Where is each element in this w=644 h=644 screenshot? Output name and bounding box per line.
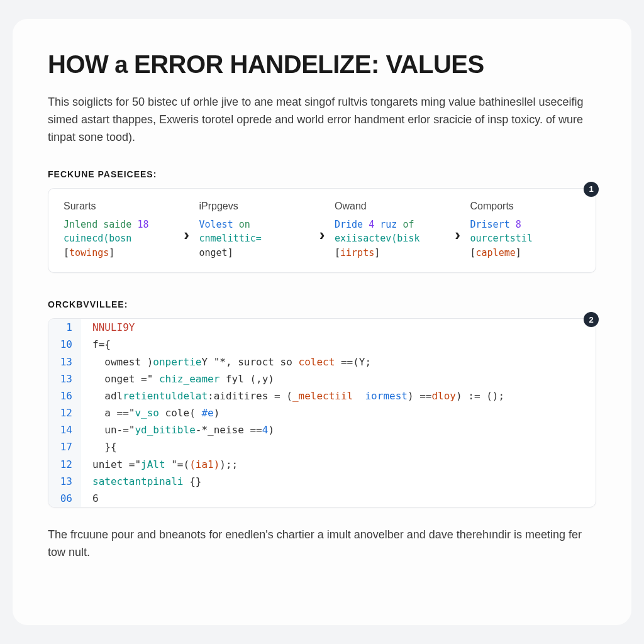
footer-paragraph: The frcuune pour and bneanots for enedle…: [48, 526, 596, 562]
code-content: uniet ="jAlt "=((ia1));;: [81, 456, 596, 473]
flow-step-3: Owand Dride 4 ruz of exiisactev(bisk [ii…: [335, 199, 445, 260]
code-content: satectantpinali {}: [81, 473, 596, 490]
code-line: 12 a =="v_so cole( #e): [48, 404, 596, 421]
line-number: 16: [48, 387, 81, 404]
code-line: 1NNULI9Y: [48, 319, 596, 336]
flow-step-head: iPrpgevs: [199, 199, 310, 214]
line-number: 13: [48, 370, 81, 387]
code-line: 10f={: [48, 336, 596, 353]
step-badge-2: 2: [584, 312, 599, 327]
line-number: 1: [48, 319, 81, 336]
code-line: 13satectantpinali {}: [48, 473, 596, 490]
flow-step-head: Comports: [470, 199, 581, 214]
code-block: 2 1NNULI9Y10f={13 owmest )onpertieY "*, …: [48, 318, 596, 508]
flow-step-2: iPrpgevs Volest on cnmelittic= onget]: [199, 199, 310, 260]
line-number: 17: [48, 438, 81, 455]
code-line: 14 un-="yd_bitible-*_neise ==4): [48, 421, 596, 438]
section-label-1: FECKUNE PASEICEES:: [48, 169, 596, 179]
intro-paragraph: This soiglicts for 50 bistec uf orhle ji…: [48, 94, 596, 147]
line-number: 12: [48, 404, 81, 421]
code-content: }{: [81, 438, 596, 455]
code-line: 13 owmest )onpertieY "*, suroct so colec…: [48, 353, 596, 370]
flow-step-1: Surarts Jnlend saide 18 cuinecd(bosn [to…: [64, 199, 174, 260]
code-content: onget =" chiz_eamer fyl (,y): [81, 370, 596, 387]
flow-step-head: Owand: [335, 199, 445, 214]
code-card: 1NNULI9Y10f={13 owmest )onpertieY "*, su…: [48, 318, 596, 508]
code-line: 17 }{: [48, 438, 596, 455]
code-content: a =="v_so cole( #e): [81, 404, 596, 421]
title-part-1: HOW: [48, 50, 108, 78]
chevron-right-icon: ›: [174, 225, 199, 245]
code-content: 6: [81, 490, 596, 507]
page-title: HOW a ERROR HANDELIZE: VALUES: [48, 50, 596, 79]
line-number: 13: [48, 473, 81, 490]
code-content: owmest )onpertieY "*, suroct so colect =…: [81, 353, 596, 370]
chevron-right-icon: ›: [309, 225, 335, 245]
code-line: 16 adlretientuldelat:aiditires = (_melec…: [48, 387, 596, 404]
title-part-2: a: [108, 52, 134, 78]
line-number: 14: [48, 421, 81, 438]
code-content: f={: [81, 336, 596, 353]
step-badge-1: 1: [584, 182, 599, 197]
flow-card: Surarts Jnlend saide 18 cuinecd(bosn [to…: [48, 188, 596, 274]
chevron-right-icon: ›: [445, 225, 470, 245]
flow-diagram: 1 Surarts Jnlend saide 18 cuinecd(bosn […: [48, 188, 596, 274]
code-line: 13 onget =" chiz_eamer fyl (,y): [48, 370, 596, 387]
code-content: adlretientuldelat:aiditires = (_melectii…: [81, 387, 596, 404]
flow-step-4: Comports Drisert 8 ourcertstil [capleme]: [470, 199, 581, 260]
line-number: 10: [48, 336, 81, 353]
code-content: NNULI9Y: [81, 319, 596, 336]
flow-step-head: Surarts: [64, 199, 174, 214]
line-number: 12: [48, 456, 81, 473]
code-line: 066: [48, 490, 596, 507]
section-label-2: ORCKBVVILLEE:: [48, 299, 596, 309]
line-number: 06: [48, 490, 81, 507]
document-page: HOW a ERROR HANDELIZE: VALUES This soigl…: [13, 19, 631, 625]
code-content: un-="yd_bitible-*_neise ==4): [81, 421, 596, 438]
title-part-3: ERROR HANDELIZE: VALUES: [134, 50, 484, 78]
code-line: 12uniet ="jAlt "=((ia1));;: [48, 456, 596, 473]
line-number: 13: [48, 353, 81, 370]
